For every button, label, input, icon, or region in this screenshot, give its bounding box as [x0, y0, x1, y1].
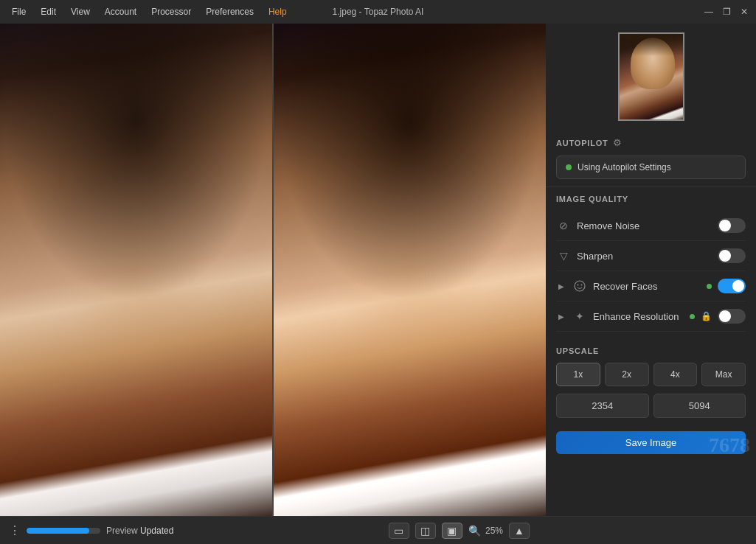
zoom-level: 25%: [485, 526, 503, 536]
updated-label: Updated: [140, 526, 173, 536]
menu-edit[interactable]: Edit: [35, 4, 62, 20]
main-content: AUTOPILOT ⚙ Using Autopilot Settings IMA…: [0, 24, 756, 516]
sharpen-icon: ▽: [556, 248, 571, 263]
menu-help[interactable]: Help: [263, 4, 293, 20]
save-area: Save Image 7678: [546, 425, 756, 460]
autopilot-button[interactable]: Using Autopilot Settings: [556, 156, 746, 179]
titlebar: File Edit View Account Processor Prefere…: [0, 0, 756, 24]
close-button[interactable]: ✕: [738, 6, 750, 18]
minimize-button[interactable]: —: [703, 6, 715, 18]
remove-noise-icon: ⊘: [556, 218, 571, 233]
view-controls: ▭ ◫ ▣ 🔍 25% ▲: [389, 523, 530, 539]
upscale-max-button[interactable]: Max: [701, 363, 746, 386]
svg-point-0: [575, 281, 585, 291]
right-panel: AUTOPILOT ⚙ Using Autopilot Settings IMA…: [546, 24, 756, 516]
zoom-controls: 🔍 25%: [468, 525, 503, 537]
menu-processor[interactable]: Processor: [145, 4, 197, 20]
enhance-resolution-label: Enhance Resolution: [593, 311, 684, 322]
enhance-resolution-icon: ✦: [572, 309, 587, 324]
enhance-resolution-row: ▶ ✦ Enhance Resolution 🔒: [556, 301, 746, 332]
more-options-icon[interactable]: ⋮: [9, 523, 21, 537]
maximize-button[interactable]: ❐: [721, 6, 732, 18]
thumbnail[interactable]: [618, 32, 684, 121]
bottom-bar: ⋮ Preview Updated ▭ ◫ ▣ 🔍 25% ▲: [0, 516, 756, 544]
view-split-vertical-button[interactable]: ◫: [415, 523, 436, 539]
svg-point-2: [581, 285, 583, 286]
window-title: 1.jpeg - Topaz Photo AI: [333, 7, 424, 17]
image-quality-title: IMAGE QUALITY: [556, 195, 628, 203]
menu-bar: File Edit View Account Processor Prefere…: [6, 4, 293, 20]
remove-noise-label: Remove Noise: [577, 220, 712, 231]
bottom-bar-left: ⋮ Preview Updated: [9, 523, 381, 537]
save-image-button[interactable]: Save Image: [556, 431, 746, 454]
window-controls: — ❐ ✕: [703, 6, 750, 18]
enhance-resolution-dot: [690, 314, 695, 319]
autopilot-title: AUTOPILOT: [556, 139, 608, 147]
autopilot-dot: [566, 164, 572, 170]
menu-account[interactable]: Account: [99, 4, 142, 20]
autopilot-section: AUTOPILOT ⚙ Using Autopilot Settings: [546, 130, 756, 187]
enhance-resolution-toggle[interactable]: [718, 309, 746, 324]
image-quality-header: IMAGE QUALITY: [556, 195, 746, 203]
upscale-title: UPSCALE: [556, 346, 746, 355]
upscale-4x-button[interactable]: 4x: [653, 363, 698, 386]
recover-faces-dot: [707, 284, 712, 289]
remove-noise-toggle[interactable]: [718, 218, 746, 233]
width-value: 2354: [556, 394, 649, 418]
autopilot-settings-icon[interactable]: ⚙: [613, 137, 622, 148]
image-area: [0, 24, 546, 516]
thumbnail-image: [620, 34, 683, 119]
autopilot-header: AUTOPILOT ⚙: [556, 137, 746, 148]
progress-fill: [27, 528, 89, 534]
menu-view[interactable]: View: [65, 4, 96, 20]
autopilot-label: Using Autopilot Settings: [578, 162, 671, 172]
lock-icon: 🔒: [701, 311, 712, 321]
image-panel-right: [272, 24, 546, 516]
upscale-2x-button[interactable]: 2x: [605, 363, 649, 386]
processed-image: [274, 24, 546, 516]
upscale-buttons: 1x 2x 4x Max: [556, 363, 746, 386]
recover-faces-label: Recover Faces: [593, 281, 701, 292]
image-panel-left: [0, 24, 272, 516]
recover-faces-expand[interactable]: ▶: [556, 281, 566, 291]
remove-noise-row: ⊘ Remove Noise: [556, 211, 746, 241]
sharpen-toggle[interactable]: [718, 248, 746, 263]
recover-faces-icon: [572, 279, 587, 293]
sharpen-label: Sharpen: [577, 251, 712, 262]
menu-file[interactable]: File: [6, 4, 32, 20]
sharpen-row: ▽ Sharpen: [556, 241, 746, 271]
view-split-horizontal-button[interactable]: ▣: [442, 523, 462, 539]
view-single-button[interactable]: ▭: [389, 523, 409, 539]
svg-point-1: [578, 285, 579, 286]
upscale-1x-button[interactable]: 1x: [556, 363, 600, 386]
menu-preferences[interactable]: Preferences: [200, 4, 260, 20]
image-quality-section: IMAGE QUALITY ⊘ Remove Noise ▽ Sharpen ▶: [546, 187, 756, 339]
recover-faces-toggle[interactable]: [718, 279, 746, 293]
progress-bar: [27, 528, 100, 534]
dimensions-row: 2354 5094: [556, 394, 746, 418]
height-value: 5094: [653, 394, 746, 418]
recover-faces-row: ▶ Recover Faces: [556, 271, 746, 301]
thumbnail-area: [546, 24, 756, 130]
preview-label: Preview Updated: [106, 526, 173, 536]
original-image: [0, 24, 272, 516]
expand-button[interactable]: ▲: [509, 523, 530, 539]
enhance-resolution-expand[interactable]: ▶: [556, 311, 566, 321]
zoom-icon[interactable]: 🔍: [468, 525, 481, 537]
upscale-section: UPSCALE 1x 2x 4x Max 2354 5094: [546, 339, 756, 425]
